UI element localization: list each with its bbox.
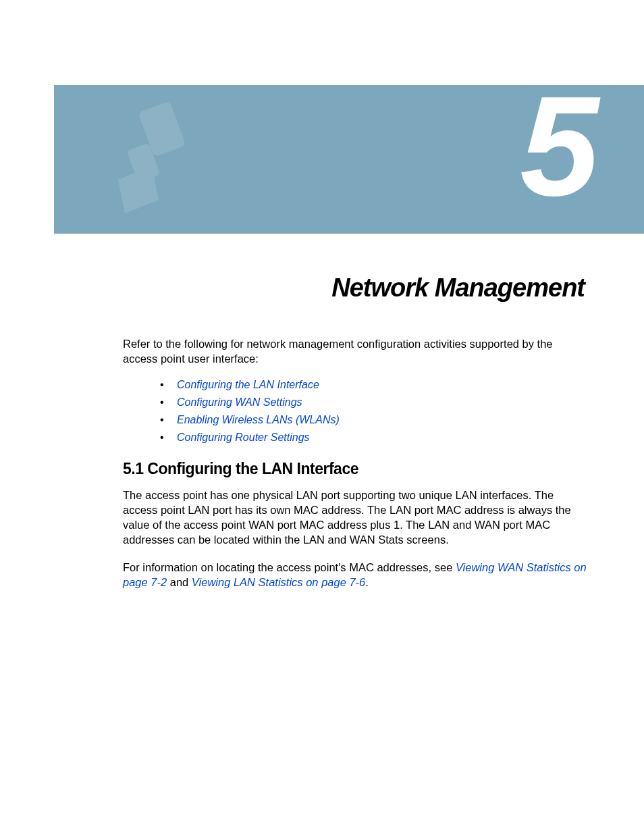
link-lan-statistics[interactable]: Viewing LAN Statistics on page 7-6 — [192, 576, 365, 588]
list-item: Configuring WAN Settings — [160, 396, 589, 409]
text-run: and — [167, 576, 192, 588]
topic-links-list: Configuring the LAN Interface Configurin… — [160, 379, 589, 444]
svg-marker-2 — [118, 166, 159, 213]
link-configuring-wan[interactable]: Configuring WAN Settings — [177, 396, 302, 408]
list-item: Configuring the LAN Interface — [160, 379, 589, 391]
chapter-title: Network Management — [331, 273, 585, 303]
chapter-number: 5 — [520, 85, 593, 228]
section-paragraph-2: For information on locating the access p… — [123, 560, 589, 590]
barcode-scanner-icon — [105, 99, 213, 220]
section-heading: 5.1 Configuring the LAN Interface — [123, 460, 589, 478]
list-item: Enabling Wireless LANs (WLANs) — [160, 414, 589, 426]
text-run: . — [365, 576, 369, 588]
section-paragraph-1: The access point has one physical LAN po… — [123, 488, 589, 548]
text-run: For information on locating the access p… — [123, 561, 456, 573]
intro-paragraph: Refer to the following for network manag… — [123, 336, 589, 367]
link-configuring-router[interactable]: Configuring Router Settings — [177, 432, 310, 443]
list-item: Configuring Router Settings — [160, 432, 589, 444]
link-configuring-lan[interactable]: Configuring the LAN Interface — [177, 379, 319, 390]
chapter-banner: 5 — [54, 85, 644, 234]
link-enabling-wlans[interactable]: Enabling Wireless LANs (WLANs) — [177, 414, 340, 425]
content-area: Refer to the following for network manag… — [123, 336, 589, 602]
